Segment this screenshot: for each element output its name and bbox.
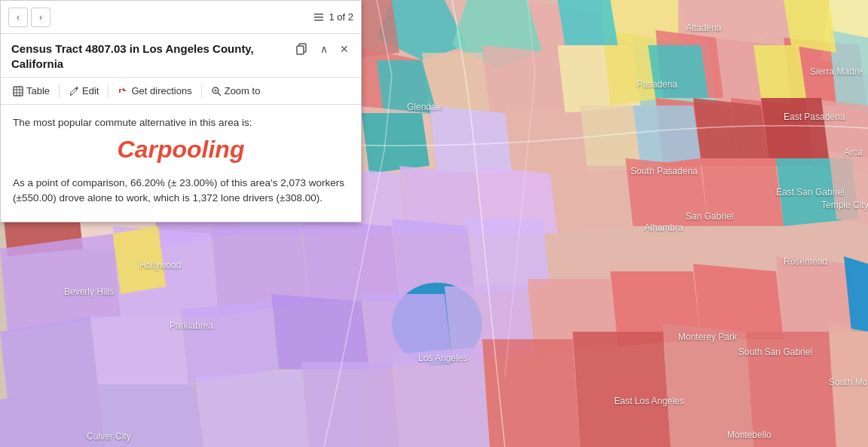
prev-button[interactable]: ‹ xyxy=(8,8,28,27)
close-button[interactable]: ✕ xyxy=(337,41,352,57)
duplicate-icon xyxy=(296,43,308,55)
svg-marker-83 xyxy=(663,324,753,447)
svg-rect-92 xyxy=(314,17,323,18)
next-button[interactable]: › xyxy=(31,8,50,27)
svg-marker-66 xyxy=(90,317,188,384)
svg-marker-102 xyxy=(119,87,127,93)
svg-marker-21 xyxy=(482,45,565,113)
svg-marker-90 xyxy=(113,226,166,294)
nav-arrows: ‹ › xyxy=(8,8,50,27)
popup-content: The most popular commute alternative in … xyxy=(1,105,361,222)
svg-marker-43 xyxy=(633,106,701,166)
collapse-button[interactable]: ∧ xyxy=(317,41,331,57)
svg-marker-78 xyxy=(196,369,309,447)
svg-marker-61 xyxy=(301,219,399,302)
next-icon: › xyxy=(39,12,42,23)
svg-marker-77 xyxy=(98,384,203,447)
edit-icon xyxy=(69,86,79,96)
svg-marker-55 xyxy=(701,158,784,226)
svg-marker-87 xyxy=(558,0,618,45)
nav-count: 1 of 2 xyxy=(313,11,353,23)
close-icon: ✕ xyxy=(340,43,349,55)
title-actions: ∧ ✕ xyxy=(293,41,352,57)
table-button[interactable]: Table xyxy=(7,82,56,100)
toolbar-divider-1 xyxy=(59,84,60,98)
edit-label: Edit xyxy=(82,85,99,96)
edit-button[interactable]: Edit xyxy=(63,82,105,100)
svg-marker-45 xyxy=(761,98,829,158)
svg-rect-93 xyxy=(314,20,323,21)
popup-panel: ‹ › 1 of 2 Census Tract 4807.03 in Los A… xyxy=(0,0,362,222)
zoom-button[interactable]: Zoom to xyxy=(205,82,267,100)
count-text: 1 of 2 xyxy=(329,11,353,23)
duplicate-button[interactable] xyxy=(293,41,311,57)
svg-marker-54 xyxy=(625,158,708,226)
zoom-icon xyxy=(211,86,222,96)
directions-button[interactable]: Get directions xyxy=(112,82,197,100)
toolbar-divider-3 xyxy=(201,84,202,98)
table-label: Table xyxy=(26,85,50,96)
comparison-text: As a point of comparison, 66.20% (± 23.0… xyxy=(13,176,349,207)
commute-mode: Carpooling xyxy=(13,136,349,164)
popup-nav: ‹ › 1 of 2 xyxy=(1,1,361,34)
svg-marker-73 xyxy=(693,264,784,339)
prev-icon: ‹ xyxy=(17,12,20,23)
list-icon xyxy=(313,11,325,23)
svg-marker-37 xyxy=(505,106,588,173)
table-icon xyxy=(13,86,23,96)
svg-marker-88 xyxy=(648,45,708,98)
svg-marker-89 xyxy=(753,45,806,98)
svg-rect-95 xyxy=(297,46,304,54)
svg-marker-81 xyxy=(482,339,580,447)
directions-icon xyxy=(118,86,128,96)
svg-marker-86 xyxy=(784,0,836,53)
svg-marker-80 xyxy=(392,347,490,447)
svg-marker-68 xyxy=(271,294,369,369)
svg-marker-53 xyxy=(550,166,633,234)
popup-title: Census Tract 4807.03 in Los Angeles Coun… xyxy=(11,41,286,71)
svg-marker-42 xyxy=(362,113,429,173)
svg-rect-96 xyxy=(14,87,23,96)
collapse-icon: ∧ xyxy=(320,43,328,55)
svg-marker-84 xyxy=(746,332,836,447)
intro-text: The most popular commute alternative in … xyxy=(13,117,349,128)
toolbar-divider-2 xyxy=(108,84,108,98)
svg-marker-82 xyxy=(573,332,671,447)
svg-rect-91 xyxy=(314,14,323,15)
svg-line-104 xyxy=(218,93,221,96)
popup-toolbar: Table Edit Get directions xyxy=(1,78,361,105)
zoom-label: Zoom to xyxy=(225,85,261,96)
popup-title-bar: Census Tract 4807.03 in Los Angeles Coun… xyxy=(1,34,361,78)
svg-marker-79 xyxy=(301,362,399,447)
directions-label: Get directions xyxy=(131,85,191,96)
